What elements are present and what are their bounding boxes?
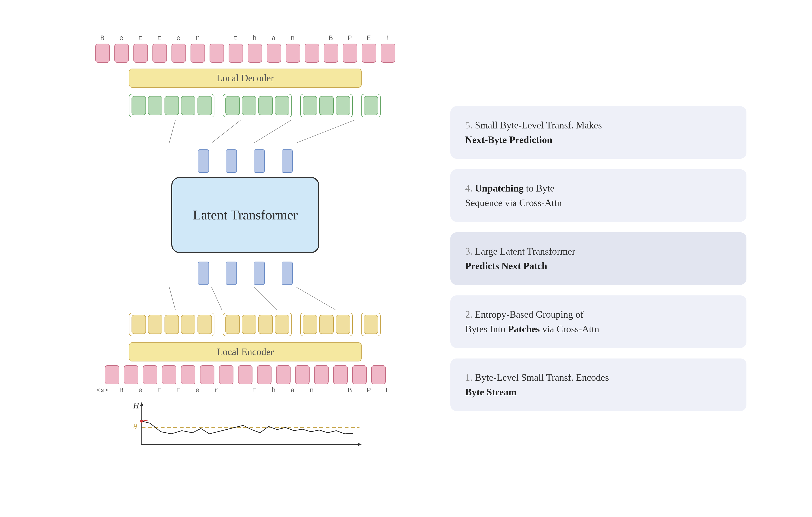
step-1-card: 1. Byte-Level Small Transf. Encodes Byte… [451, 358, 747, 411]
char-B1: B [95, 34, 110, 42]
diagram: B e t t e r _ t h a n _ B P E ! [65, 26, 425, 491]
g1-t2 [148, 96, 163, 115]
top-token-7 [209, 44, 224, 63]
g4-t1 [364, 96, 378, 115]
bot-token-7 [219, 365, 233, 384]
bottom-char-labels: <s> B e t t e r _ t h a n _ B P E [95, 386, 395, 394]
bot-char-B2: B [343, 386, 357, 394]
bot-char-r1: r [209, 386, 224, 394]
step-5-card: 5. Small Byte-Level Transf. Makes Next-B… [451, 106, 747, 159]
bot-char-e2: e [191, 386, 205, 394]
g3-t3 [336, 96, 350, 115]
step-3-bold: Predicts Next Patch [465, 261, 547, 271]
step-2-card: 2. Entropy-Based Grouping of Bytes Into … [451, 295, 747, 348]
top-char-labels: B e t t e r _ t h a n _ B P E ! [95, 34, 395, 42]
green-group-1 [129, 94, 214, 117]
bot-char-t1: t [152, 386, 167, 394]
char-e1: e [114, 34, 129, 42]
char-t1: t [134, 34, 148, 42]
yellow-group-4 [361, 313, 381, 336]
bot-char-und1: _ [229, 386, 243, 394]
yellow-group-2 [223, 313, 292, 336]
char-E1: E [362, 34, 376, 42]
steps-panel: 5. Small Byte-Level Transf. Makes Next-B… [451, 106, 747, 411]
step-5-number: 5. [465, 120, 475, 131]
char-e2: e [172, 34, 186, 42]
bot-token-8 [238, 365, 253, 384]
top-token-16 [381, 44, 395, 63]
char-und1: _ [209, 34, 224, 42]
bot-token-10 [276, 365, 291, 384]
patch-top-3 [254, 149, 265, 173]
g2-t3 [258, 96, 273, 115]
g1-t5 [198, 96, 212, 115]
top-token-2 [114, 44, 129, 63]
step-3-number: 3. [465, 246, 475, 257]
bot-token-15 [371, 365, 386, 384]
bot-token-4 [162, 365, 176, 384]
g2-t4 [275, 96, 289, 115]
latent-transformer-box: Latent Transformer [171, 177, 319, 253]
char-t3: t [229, 34, 243, 42]
patch-top-1 [198, 149, 209, 173]
bot-token-14 [352, 365, 367, 384]
char-P1: P [343, 34, 357, 42]
patch-bot-2 [226, 262, 237, 285]
y3-t2 [319, 315, 334, 334]
y3-t1 [303, 315, 317, 334]
char-s: <s> [95, 387, 110, 393]
local-encoder-box: Local Encoder [129, 343, 361, 361]
svg-marker-11 [358, 443, 361, 446]
y1-t2 [148, 315, 163, 334]
top-token-5 [172, 44, 186, 63]
entropy-graph: H θ [129, 400, 361, 455]
step-4-number: 4. [465, 183, 475, 194]
step-4-card: 4. Unpatching to Byte Sequence via Cross… [451, 169, 747, 222]
svg-line-7 [296, 287, 336, 310]
top-token-14 [343, 44, 357, 63]
bot-token-2 [124, 365, 138, 384]
g3-t2 [319, 96, 334, 115]
y1-t5 [198, 315, 212, 334]
top-token-15 [362, 44, 376, 63]
top-token-11 [286, 44, 300, 63]
svg-line-4 [169, 287, 175, 310]
top-token-9 [248, 44, 262, 63]
local-decoder-box: Local Decoder [129, 69, 361, 88]
y2-t4 [275, 315, 289, 334]
svg-line-6 [254, 287, 277, 310]
bot-token-3 [143, 365, 157, 384]
bot-token-6 [200, 365, 214, 384]
green-group-3 [300, 94, 353, 117]
char-r1: r [191, 34, 205, 42]
top-token-8 [229, 44, 243, 63]
y3-t3 [336, 315, 350, 334]
svg-text:θ: θ [133, 423, 137, 431]
connector-bottom [129, 287, 361, 310]
bot-token-9 [257, 365, 271, 384]
svg-line-1 [211, 120, 241, 143]
top-byte-row [95, 44, 395, 63]
connector-top [129, 120, 361, 143]
top-token-6 [191, 44, 205, 63]
step-1-number: 1. [465, 372, 475, 383]
bot-token-1 [105, 365, 119, 384]
g2-t2 [242, 96, 256, 115]
char-B2: B [324, 34, 338, 42]
green-group-4 [361, 94, 381, 117]
top-patch-row [198, 145, 293, 173]
yellow-group-1 [129, 313, 214, 336]
g3-t1 [303, 96, 317, 115]
svg-line-0 [169, 120, 175, 143]
main-container: B e t t e r _ t h a n _ B P E ! [25, 15, 787, 502]
patch-top-4 [282, 149, 293, 173]
char-excl: ! [381, 34, 395, 42]
bot-char-h1: h [267, 386, 281, 394]
char-t2: t [152, 34, 167, 42]
bot-char-n1: n [305, 386, 319, 394]
local-decoder-label: Local Decoder [216, 72, 274, 84]
svg-line-2 [254, 120, 292, 143]
step-2-number: 2. [465, 309, 475, 320]
local-encoder-label: Local Encoder [217, 346, 273, 357]
step-3-card: 3. Large Latent Transformer Predicts Nex… [451, 233, 747, 285]
